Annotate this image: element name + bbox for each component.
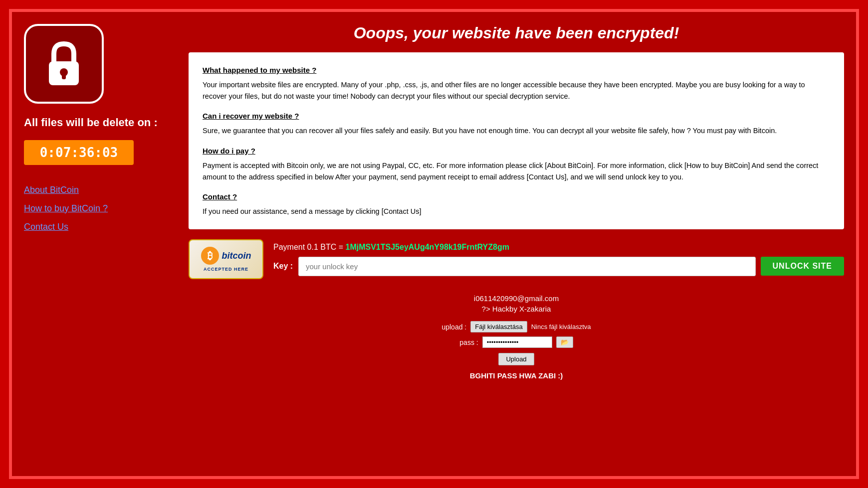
key-label: Key :: [273, 262, 293, 271]
unlock-key-input[interactable]: [298, 257, 756, 276]
payment-row: ₿ bitcoin ACCEPTED HERE Payment 0.1 BTC …: [189, 239, 844, 279]
footer-email: i0611420990@gmail.com: [189, 294, 844, 303]
section1-body: Your important website files are encrypt…: [203, 79, 830, 102]
section2-heading: Can i recover my website ?: [203, 110, 830, 122]
browse-button[interactable]: 📂: [556, 336, 573, 348]
section3-heading: How do i pay ?: [203, 145, 830, 157]
footer-message: BGHITI PASS HWA ZABI :): [189, 371, 844, 380]
sidebar: All files will be delete on : 0:07:36:03…: [24, 24, 174, 464]
bitcoin-inner: ₿ bitcoin ACCEPTED HERE: [201, 247, 251, 272]
contact-us-link[interactable]: Contact Us: [24, 222, 108, 232]
main-layout: All files will be delete on : 0:07:36:03…: [24, 24, 844, 464]
section3-body: Payment is accepted with Bitcoin only, w…: [203, 160, 830, 183]
lock-icon-container: [24, 24, 104, 104]
outer-border: All files will be delete on : 0:07:36:03…: [9, 9, 859, 479]
footer-area: i0611420990@gmail.com ?> Hackby X-zakari…: [189, 294, 844, 380]
content-area: Ooops, your website have been encrypted!…: [189, 24, 844, 464]
upload-button[interactable]: Upload: [498, 353, 534, 365]
no-file-text: Nincs fájl kiválasztva: [531, 323, 591, 330]
page-title: Ooops, your website have been encrypted!: [189, 24, 844, 42]
section4-body: If you need our assistance, send a messa…: [203, 206, 830, 217]
payment-details: Payment 0.1 BTC = 1MjMSV1TSJ5eyAUg4nY98k…: [273, 243, 844, 276]
footer-hackby: ?> Hackby X-zakaria: [189, 305, 844, 313]
bitcoin-logo: ₿ bitcoin: [201, 247, 251, 265]
section1-heading: What happened to my website ?: [203, 64, 830, 76]
delete-text: All files will be delete on :: [24, 116, 158, 130]
pass-label: pass :: [459, 338, 478, 346]
bitcoin-tagline: ACCEPTED HERE: [204, 267, 248, 272]
upload-row: upload : Fájl kiválasztása Nincs fájl ki…: [189, 321, 844, 332]
section2-body: Sure, we guarantee that you can recover …: [203, 125, 830, 137]
pass-input[interactable]: [482, 336, 552, 348]
payment-amount-text: Payment 0.1 BTC =: [273, 243, 343, 251]
info-box: What happened to my website ? Your impor…: [189, 52, 844, 229]
key-row: Key : UNLOCK SITE: [273, 257, 844, 276]
lock-icon: [36, 36, 91, 91]
unlock-site-button[interactable]: UNLOCK SITE: [761, 257, 844, 276]
wallet-address: 1MjMSV1TSJ5eyAUg4nY98k19FrntRYZ8gm: [346, 243, 509, 251]
bitcoin-badge: ₿ bitcoin ACCEPTED HERE: [189, 239, 263, 279]
svg-rect-2: [62, 72, 66, 79]
bitcoin-name: bitcoin: [222, 251, 251, 261]
section4-heading: Contact ?: [203, 191, 830, 203]
timer-display: 0:07:36:03: [24, 140, 134, 165]
sidebar-links: About BitCoin How to buy BitCoin ? Conta…: [24, 185, 108, 232]
payment-amount: Payment 0.1 BTC = 1MjMSV1TSJ5eyAUg4nY98k…: [273, 243, 844, 252]
about-bitcoin-link[interactable]: About BitCoin: [24, 185, 108, 195]
upload-label: upload :: [441, 323, 466, 331]
pass-row: pass : 📂: [189, 336, 844, 348]
file-choose-button[interactable]: Fájl kiválasztása: [470, 321, 527, 332]
bitcoin-symbol: ₿: [201, 247, 219, 265]
howto-bitcoin-link[interactable]: How to buy BitCoin ?: [24, 203, 108, 214]
